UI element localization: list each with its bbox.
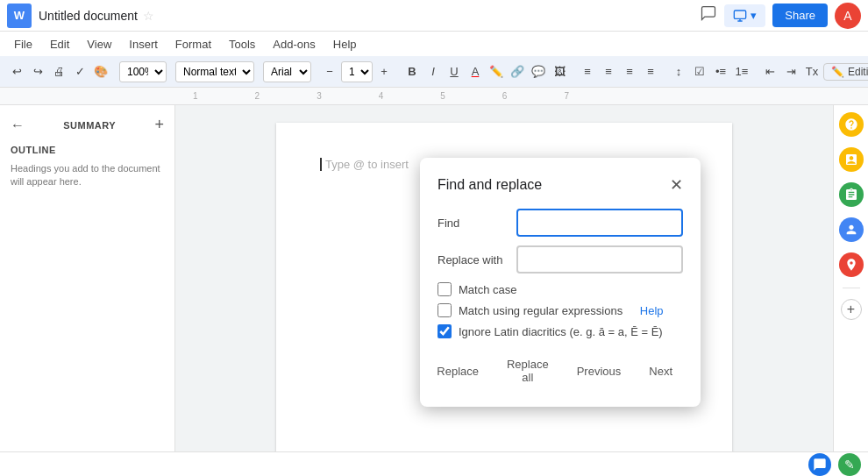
replace-label: Replace with [438, 253, 516, 266]
find-input[interactable] [516, 209, 683, 237]
next-button[interactable]: Next [638, 352, 683, 389]
rp-explore-icon[interactable] [839, 112, 864, 137]
regex-label: Match using regular expressions [459, 304, 623, 317]
share-button[interactable]: Share [772, 4, 828, 27]
replace-input[interactable] [516, 245, 683, 274]
bullet-list-button[interactable]: •≡ [711, 60, 730, 83]
edit-icon: ✎ [844, 458, 855, 472]
svg-rect-0 [735, 11, 746, 18]
menu-file[interactable]: File [7, 36, 39, 53]
star-icon[interactable]: ☆ [143, 9, 154, 23]
italic-button[interactable]: I [423, 60, 443, 83]
outline-label: OUTLINE [11, 145, 164, 155]
underline-button[interactable]: U [445, 60, 464, 83]
header-actions: ▾ Share A [700, 3, 861, 29]
zoom-control[interactable]: 100% [119, 61, 167, 82]
decrease-indent-button[interactable]: ⇤ [760, 60, 779, 83]
font-select[interactable]: Arial [263, 61, 311, 82]
outline-hint: Headings you add to the document will ap… [11, 162, 164, 189]
replace-row: Replace with [438, 245, 683, 274]
match-case-checkbox[interactable] [438, 282, 452, 296]
replace-all-button[interactable]: Replace all [496, 352, 559, 389]
present-button[interactable]: ▾ [724, 4, 765, 27]
rp-add-button[interactable]: + [841, 299, 862, 320]
previous-button[interactable]: Previous [566, 352, 632, 389]
comment-toolbar-button[interactable]: 💬 [529, 60, 548, 83]
find-row: Find [438, 209, 683, 237]
decrease-font-button[interactable]: − [320, 60, 339, 83]
rp-tasks-icon[interactable] [839, 182, 864, 207]
align-center-button[interactable]: ≡ [599, 60, 618, 83]
align-right-button[interactable]: ≡ [620, 60, 639, 83]
edit-button[interactable]: ✎ [838, 453, 861, 476]
dialog-title: Find and replace [438, 177, 542, 193]
regex-checkbox[interactable] [438, 303, 452, 317]
link-button[interactable]: 🔗 [508, 60, 527, 83]
menu-format[interactable]: Format [168, 36, 218, 53]
rp-notes-icon[interactable] [839, 147, 864, 172]
present-chevron: ▾ [751, 9, 757, 22]
match-case-label: Match case [459, 283, 516, 296]
regex-help-link[interactable]: Help [640, 304, 664, 317]
spellcheck-button[interactable]: ✓ [70, 60, 89, 83]
diacritics-label: Ignore Latin diacritics (e. g. ā = a, Ē … [459, 325, 663, 338]
menu-addons[interactable]: Add-ons [266, 36, 322, 53]
right-panel: + [833, 105, 868, 476]
redo-button[interactable]: ↪ [28, 60, 47, 83]
color-button[interactable]: A [466, 60, 485, 83]
print-button[interactable]: 🖨 [49, 60, 68, 83]
main-area: ← SUMMARY + OUTLINE Headings you add to … [0, 105, 868, 476]
menu-tools[interactable]: Tools [222, 36, 262, 53]
dialog-close-button[interactable]: ✕ [670, 175, 683, 195]
dialog-header: Find and replace ✕ [438, 175, 683, 195]
avatar: A [835, 3, 861, 29]
summary-add-button[interactable]: + [154, 116, 164, 134]
pencil-icon: ✏️ [831, 66, 844, 78]
ruler: 1234567 [0, 88, 868, 105]
summary-label: SUMMARY [63, 120, 116, 131]
editing-label: Editing [848, 66, 868, 78]
toolbar: ↩ ↪ 🖨 ✓ 🎨 100% Normal text Arial − 11 + … [0, 56, 868, 88]
diacritics-row[interactable]: Ignore Latin diacritics (e. g. ā = a, Ē … [438, 324, 683, 338]
rp-contacts-icon[interactable] [839, 217, 864, 242]
highlight-button[interactable]: ✏️ [487, 60, 506, 83]
menu-view[interactable]: View [80, 36, 118, 53]
editing-mode-badge[interactable]: ✏️ Editing ▾ [823, 63, 868, 81]
align-left-button[interactable]: ≡ [578, 60, 597, 83]
replace-button[interactable]: Replace [426, 352, 489, 389]
find-replace-dialog: Find and replace ✕ Find Replace with Mat… [420, 158, 701, 407]
regex-row[interactable]: Match using regular expressions Help [438, 303, 683, 317]
doc-title: Untitled document [39, 9, 138, 23]
zoom-select[interactable]: 100% [119, 61, 167, 82]
clear-format-button[interactable]: Tx [802, 60, 822, 83]
justify-button[interactable]: ≡ [641, 60, 660, 83]
line-spacing-button[interactable]: ↕ [669, 60, 688, 83]
bottom-bar: ✎ [0, 451, 868, 476]
sidebar-header: ← SUMMARY + [11, 116, 164, 134]
increase-font-button[interactable]: + [374, 60, 394, 83]
menu-help[interactable]: Help [326, 36, 364, 53]
diacritics-checkbox[interactable] [438, 324, 452, 338]
find-label: Find [438, 217, 516, 230]
increase-indent-button[interactable]: ⇥ [781, 60, 800, 83]
number-list-button[interactable]: 1≡ [732, 60, 751, 83]
font-size-select[interactable]: 11 [341, 61, 373, 82]
menu-edit[interactable]: Edit [43, 36, 76, 53]
sidebar: ← SUMMARY + OUTLINE Headings you add to … [0, 105, 175, 476]
bold-button[interactable]: B [402, 60, 422, 83]
doc-area[interactable]: Type @ to insert Find and replace ✕ Find… [175, 105, 833, 476]
rp-maps-icon[interactable] [839, 252, 864, 277]
undo-button[interactable]: ↩ [7, 60, 26, 83]
sidebar-back-button[interactable]: ← [11, 117, 25, 133]
image-button[interactable]: 🖼 [550, 60, 569, 83]
doc-icon: W [7, 4, 32, 28]
dialog-checks: Match case Match using regular expressio… [438, 282, 683, 338]
chat-button[interactable] [808, 453, 831, 476]
dialog-actions: Replace Replace all Previous Next [438, 352, 683, 389]
match-case-row[interactable]: Match case [438, 282, 683, 296]
style-select[interactable]: Normal text [175, 61, 254, 82]
checklist-button[interactable]: ☑ [690, 60, 709, 83]
paint-button[interactable]: 🎨 [91, 60, 110, 83]
menu-insert[interactable]: Insert [122, 36, 165, 53]
comment-button[interactable] [700, 4, 717, 26]
